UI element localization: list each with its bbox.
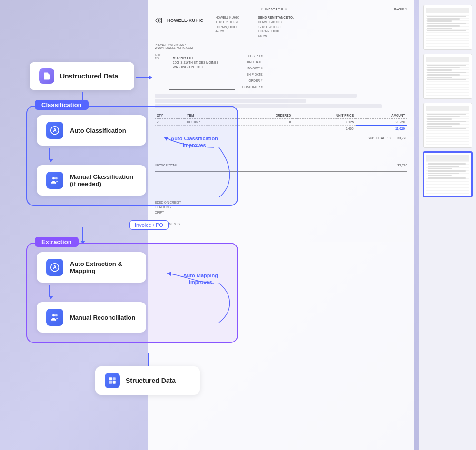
ship-to-box: MURPHY LTD 2003 S 216TH ST, DES MOINES W…	[169, 53, 235, 90]
thumbnail-2[interactable]	[423, 54, 472, 99]
auto-classification-icon: A	[46, 122, 63, 139]
auto-classification-improves-label: Auto ClassificationImproves	[170, 135, 218, 149]
manual-classification-label: Manual Classification (if needed)	[70, 173, 137, 187]
auto-classification-card: A Auto Classification	[37, 115, 146, 146]
structured-data-label: Structured Data	[126, 377, 176, 384]
auto-extraction-label: Auto Extraction & Mapping	[70, 260, 137, 274]
auto-classification-label: Auto Classification	[70, 127, 126, 134]
svg-rect-12	[113, 377, 116, 380]
invoice-title: * INVOICE *	[155, 7, 394, 11]
company-contact: PHONE: (440) 240-2277 WWW.HOWELL-KUHIC.C…	[155, 43, 407, 49]
thumbnail-4-active[interactable]	[423, 152, 472, 197]
howell-kuhic-logo-icon	[155, 15, 165, 26]
svg-rect-11	[109, 377, 112, 380]
manual-reconciliation-card: Manual Reconciliation	[37, 302, 146, 333]
invoice-po-badge: Invoice / PO	[129, 220, 169, 230]
thumbnails-sidebar	[419, 0, 476, 450]
company-header: HOWELL-KUHIC HOWELL-KUHIC 1718 E 28TH ST…	[155, 15, 407, 39]
company-name: HOWELL-KUHIC	[167, 18, 204, 23]
structured-data-icon	[105, 373, 120, 388]
thumbnail-1[interactable]	[423, 5, 472, 50]
manual-classification-icon	[46, 172, 63, 189]
manual-classification-card: Manual Classification (if needed)	[37, 165, 146, 196]
company-logo: HOWELL-KUHIC	[155, 15, 204, 26]
svg-text:A: A	[53, 264, 56, 270]
svg-rect-13	[109, 381, 112, 384]
unstructured-data-box: Unstructured Data	[30, 62, 134, 90]
company-address: HOWELL-KUHIC 1718 E 28TH ST LORAIN, OHIO…	[216, 15, 239, 39]
classification-to-extraction-arrow	[80, 227, 85, 244]
svg-rect-14	[113, 381, 116, 384]
unstructured-data-label: Unstructured Data	[60, 72, 118, 80]
ud-to-invoice-arrow	[136, 75, 152, 80]
structured-data-box: Structured Data	[95, 366, 200, 395]
auto-extraction-card: A Auto Extraction & Mapping	[37, 252, 146, 283]
manual-reconciliation-icon	[46, 309, 63, 326]
thumbnail-3[interactable]	[423, 103, 472, 148]
svg-point-10	[55, 314, 58, 316]
extraction-label: Extraction	[35, 237, 79, 247]
classification-label: Classification	[35, 100, 89, 110]
invoice-footer-note: REPLACEMENTS.	[155, 222, 407, 225]
remit-to: SEND REMITTANCE TO: HOWELL-KUHIC 1718 E …	[258, 15, 294, 39]
classification-flow-arrow	[37, 148, 228, 162]
invoice-page: PAGE 1	[394, 7, 407, 11]
unstructured-data-icon	[39, 68, 54, 84]
svg-point-5	[52, 177, 55, 179]
invoice-fields: CUS PO # ORD DATE INVOICE # SHIP DATE OR…	[242, 53, 263, 90]
svg-point-6	[55, 177, 58, 179]
svg-text:A: A	[53, 127, 56, 133]
svg-point-9	[52, 314, 55, 316]
auto-extraction-icon: A	[46, 259, 63, 276]
extraction-flow-arrow	[37, 285, 228, 299]
svg-rect-2	[161, 18, 162, 23]
classification-section: Classification A Auto Classification	[26, 106, 238, 206]
auto-mapping-improves-label: Auto MappingImproves	[183, 272, 218, 286]
extraction-section: Extraction A Auto Extraction & Mapping	[26, 243, 238, 343]
manual-reconciliation-label: Manual Reconciliation	[70, 314, 135, 321]
